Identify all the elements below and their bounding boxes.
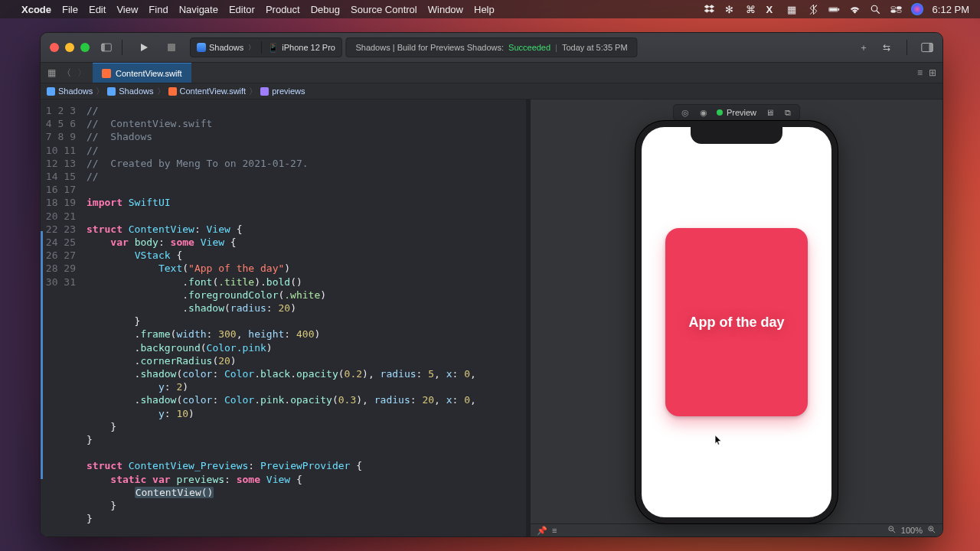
library-button[interactable]: ⇆: [879, 40, 894, 55]
battery-icon[interactable]: [828, 4, 840, 15]
menu-debug[interactable]: Debug: [311, 4, 340, 15]
scheme-device[interactable]: 📱 iPhone 12 Pro: [262, 43, 341, 53]
related-items-button[interactable]: ▦: [45, 67, 57, 79]
scheme-target[interactable]: Shadows 〉: [191, 43, 261, 53]
device-screen[interactable]: App of the day: [642, 127, 831, 517]
control-center-icon[interactable]: [890, 4, 902, 15]
swift-file-icon: [168, 87, 177, 96]
simulator-icon: 📱: [268, 43, 279, 53]
editor-tabbar: ▦ 〈 〉 ContentView.swift ≡ ⊞: [41, 63, 942, 83]
editor-options-button[interactable]: ≡: [917, 67, 923, 78]
status-item-3-icon[interactable]: ▦: [787, 4, 799, 15]
svg-line-15: [893, 530, 895, 533]
live-preview-icon[interactable]: ◎: [680, 107, 691, 118]
spotlight-icon[interactable]: [870, 4, 881, 15]
fullscreen-button[interactable]: [80, 43, 90, 52]
menu-edit[interactable]: Edit: [89, 4, 106, 15]
device-frame: App of the day: [635, 121, 838, 523]
pin-preview-button[interactable]: 📌: [537, 526, 547, 536]
activity-text: Shadows | Build for Previews Shadows:: [355, 43, 504, 52]
scheme-device-label: iPhone 12 Pro: [282, 43, 335, 52]
clock[interactable]: 6:12 PM: [933, 4, 969, 15]
canvas-footer: 📌 ≡ 100%: [531, 523, 942, 536]
menu-navigate[interactable]: Navigate: [179, 4, 218, 15]
device-settings-icon[interactable]: 🖥: [764, 107, 775, 118]
close-button[interactable]: [50, 43, 59, 52]
preview-canvas: ◎ ◉ Preview 🖥 ⧉: [531, 99, 942, 536]
source-editor[interactable]: 1 2 3 4 5 6 7 8 9 10 11 12 13 14 15 16 1…: [41, 99, 526, 536]
folder-icon: [107, 87, 116, 96]
svg-rect-6: [897, 6, 901, 8]
toggle-sidebar-button[interactable]: [96, 38, 117, 57]
svg-rect-7: [890, 10, 895, 12]
scheme-selector[interactable]: Shadows 〉 📱 iPhone 12 Pro: [190, 37, 342, 57]
preview-card: App of the day: [665, 228, 808, 416]
jump-bar[interactable]: Shadows 〉 Shadows 〉 ContentView.swift 〉 …: [41, 83, 942, 99]
zoom-in-button[interactable]: [927, 525, 936, 536]
macos-menubar: Xcode File Edit View Find Navigate Edito…: [0, 0, 980, 18]
dropbox-icon[interactable]: [704, 4, 716, 15]
svg-rect-5: [890, 6, 895, 8]
run-button[interactable]: [133, 38, 155, 57]
crumb-project[interactable]: Shadows: [58, 86, 93, 96]
svg-rect-10: [102, 44, 105, 51]
bluetooth-icon[interactable]: [808, 4, 819, 15]
svg-rect-8: [897, 10, 901, 12]
activity-viewer[interactable]: Shadows | Build for Previews Shadows: Su…: [345, 37, 637, 57]
minimize-button[interactable]: [65, 43, 74, 52]
svg-rect-11: [168, 44, 175, 51]
xcode-window: Shadows 〉 📱 iPhone 12 Pro Shadows | Buil…: [40, 32, 943, 537]
siri-icon[interactable]: [911, 3, 923, 15]
svg-rect-13: [929, 43, 933, 51]
gear-icon[interactable]: ✻: [725, 4, 737, 15]
canvas-area[interactable]: App of the day: [531, 121, 942, 523]
app-icon: [197, 43, 206, 52]
xcode-toolbar: Shadows 〉 📱 iPhone 12 Pro Shadows | Buil…: [41, 33, 942, 63]
menu-product[interactable]: Product: [266, 4, 300, 15]
tab-contentview[interactable]: ContentView.swift: [93, 63, 191, 83]
svg-rect-1: [829, 8, 837, 10]
wifi-icon[interactable]: [849, 4, 861, 15]
activity-time: Today at 5:35 PM: [562, 43, 628, 52]
nav-forward-button[interactable]: 〉: [76, 67, 88, 79]
preview-symbol-icon: [260, 87, 269, 96]
project-icon: [47, 87, 55, 96]
activity-status: Succeeded: [508, 43, 550, 52]
add-button[interactable]: ＋: [856, 40, 871, 55]
svg-point-3: [871, 5, 877, 11]
stop-button[interactable]: [161, 38, 182, 57]
zoom-level[interactable]: 100%: [901, 526, 923, 535]
crumb-symbol[interactable]: previews: [272, 86, 305, 96]
device-notch: [691, 127, 782, 144]
canvas-options-button[interactable]: ≡: [552, 526, 557, 535]
svg-line-18: [933, 530, 935, 533]
app-menu[interactable]: Xcode: [21, 4, 51, 15]
duplicate-preview-icon[interactable]: ⧉: [782, 107, 793, 118]
canvas-toolbar: ◎ ◉ Preview 🖥 ⧉: [531, 104, 942, 121]
line-gutter: 1 2 3 4 5 6 7 8 9 10 11 12 13 14 15 16 1…: [41, 99, 82, 536]
status-item-2-icon[interactable]: X: [766, 4, 778, 15]
preview-status-dot: [717, 109, 723, 116]
svg-line-4: [877, 11, 880, 14]
toggle-inspectors-button[interactable]: [920, 40, 935, 55]
menu-find[interactable]: Find: [149, 4, 168, 15]
menu-window[interactable]: Window: [428, 4, 463, 15]
crumb-file[interactable]: ContentView.swift: [180, 86, 247, 96]
status-item-1-icon[interactable]: ⌘: [746, 4, 757, 15]
menu-source-control[interactable]: Source Control: [351, 4, 417, 15]
zoom-out-button[interactable]: [887, 525, 897, 536]
chevron-right-icon: 〉: [248, 43, 255, 53]
inspect-preview-icon[interactable]: ◉: [698, 107, 709, 118]
add-editor-button[interactable]: ⊞: [929, 67, 936, 78]
svg-rect-2: [838, 8, 838, 10]
menu-file[interactable]: File: [62, 4, 78, 15]
preview-card-text: App of the day: [689, 315, 785, 331]
crumb-folder[interactable]: Shadows: [119, 86, 153, 96]
code-content[interactable]: // // ContentView.swift // Shadows // //…: [82, 99, 526, 536]
menu-view[interactable]: View: [116, 4, 138, 15]
menu-help[interactable]: Help: [474, 4, 495, 15]
nav-back-button[interactable]: 〈: [60, 67, 73, 79]
menu-editor[interactable]: Editor: [229, 4, 255, 15]
scheme-target-label: Shadows: [209, 43, 243, 52]
window-traffic-lights: [41, 43, 90, 52]
